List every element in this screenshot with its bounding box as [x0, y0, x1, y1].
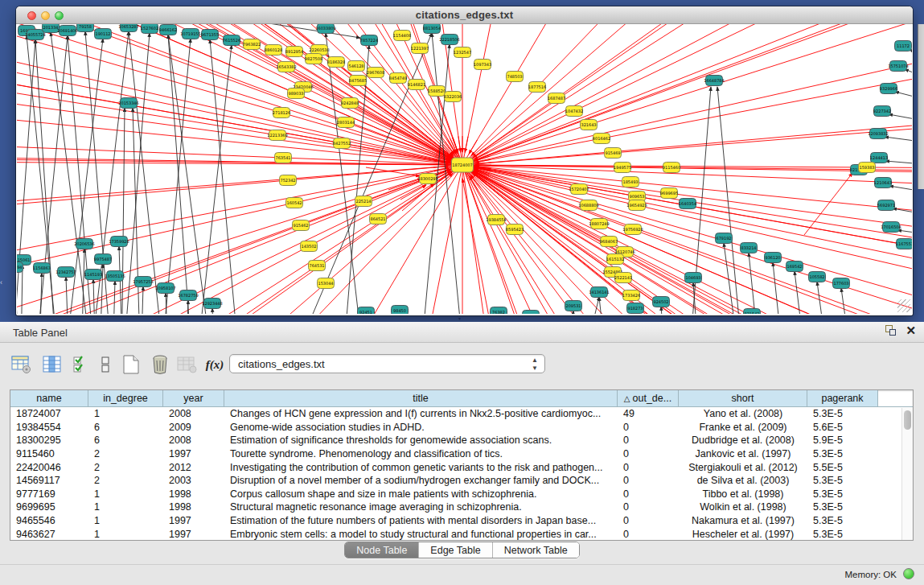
table-cell[interactable]: Stergiakouli et al. (2012) [679, 462, 807, 473]
table-cell[interactable]: 6 [88, 435, 163, 446]
table-cell[interactable]: 0 [618, 515, 679, 526]
table-cell[interactable]: Franke et al. (2009) [679, 422, 807, 433]
table-row[interactable]: 946554611997Estimation of the future num… [10, 514, 913, 528]
network-window[interactable]: citations_edges.txt 16996140557242013342… [16, 6, 913, 315]
table-cell[interactable]: Embryonic stem cells: a model to study s… [224, 529, 618, 540]
table-cell[interactable]: 5.3E-5 [807, 448, 878, 459]
column-header-pagerank[interactable]: pagerank [807, 390, 878, 406]
table-cell[interactable]: Nakamura et al. (1997) [679, 515, 807, 526]
table-cell[interactable]: 9463627 [10, 529, 88, 540]
column-header-out-de-[interactable]: △out_de... [618, 390, 679, 406]
network-window-titlebar[interactable]: citations_edges.txt [16, 6, 913, 24]
table-cell[interactable]: 0 [618, 422, 679, 433]
table-cell[interactable]: Tibbo et al. (1998) [679, 488, 807, 500]
column-header-in-degree[interactable]: in_degree [88, 390, 163, 406]
table-cell[interactable]: 5.9E-5 [807, 435, 878, 446]
window-resize-grip[interactable] [897, 299, 910, 312]
table-cell[interactable]: 1998 [163, 501, 224, 513]
table-cell[interactable]: 2008 [163, 408, 224, 419]
table-selector-dropdown[interactable]: citations_edges.txt ▲▼ [229, 354, 545, 373]
table-cell[interactable]: 5.3E-5 [807, 529, 878, 540]
table-cell[interactable]: 5.3E-5 [807, 488, 878, 500]
table-cell[interactable]: 1997 [163, 529, 224, 540]
close-panel-icon[interactable]: ✕ [906, 324, 916, 337]
table-cell[interactable]: 5.3E-5 [807, 501, 878, 513]
network-graph[interactable]: 1699614055724201334206914067915819011210… [17, 24, 912, 314]
table-cell[interactable]: Tourette syndrome. Phenomenology and cla… [224, 448, 618, 459]
table-cell[interactable]: 19384554 [10, 422, 88, 433]
table-row[interactable]: 2242004622012Investigating the contribut… [10, 460, 913, 474]
column-header-name[interactable]: name [10, 390, 88, 406]
table-cell[interactable]: Wolkin et al. (1998) [679, 501, 807, 513]
table-cell[interactable]: 2008 [163, 435, 224, 446]
table-cell[interactable]: 9465546 [10, 515, 88, 526]
column-header-year[interactable]: year [163, 390, 224, 406]
table-scrollbar-thumb[interactable] [904, 410, 911, 430]
table-cell[interactable]: Changes of HCN gene expression and I(f) … [224, 408, 618, 419]
table-cell[interactable]: Yano et al. (2008) [679, 408, 807, 419]
table-cell[interactable]: 0 [618, 462, 679, 473]
table-cell[interactable]: 18724007 [10, 408, 88, 419]
table-cell[interactable]: 5.3E-5 [807, 408, 878, 419]
table-cell[interactable]: 2 [88, 475, 163, 486]
network-canvas[interactable]: 1699614055724201334206914067915819011210… [17, 24, 912, 314]
table-mode-button[interactable] [10, 352, 34, 377]
table-cell[interactable]: 9699695 [10, 501, 88, 513]
table-row[interactable]: 969969511998Structural magnetic resonanc… [10, 501, 913, 514]
table-cell[interactable]: 5.5E-5 [807, 462, 878, 473]
table-cell[interactable]: 1 [88, 488, 163, 500]
delete-column-button[interactable] [148, 352, 172, 377]
table-cell[interactable]: 1 [88, 501, 163, 513]
table-cell[interactable]: Estimation of the future numbers of pati… [224, 515, 618, 526]
table-cell[interactable]: 1 [88, 529, 163, 540]
table-cell[interactable]: 9777169 [10, 488, 88, 500]
table-cell[interactable]: 5.3E-5 [807, 515, 878, 526]
table-cell[interactable]: Disruption of a novel member of a sodium… [224, 475, 618, 486]
table-row[interactable]: 1830029562008Estimation of significance … [10, 434, 913, 447]
table-row[interactable]: 1456911722003Disruption of a novel membe… [10, 474, 913, 488]
table-cell[interactable]: 22420046 [10, 462, 88, 473]
table-cell[interactable]: 2 [88, 448, 163, 459]
table-row[interactable]: 911546021997Tourette syndrome. Phenomeno… [10, 447, 913, 461]
function-builder-button[interactable]: f(x) [203, 352, 227, 377]
table-cell[interactable]: 49 [618, 408, 679, 419]
table-row[interactable]: 1872400712008Changes of HCN gene express… [10, 407, 913, 421]
table-cell[interactable]: 0 [618, 529, 679, 540]
table-cell[interactable]: 0 [618, 488, 679, 500]
table-cell[interactable]: Jankovic et al. (1997) [679, 448, 807, 459]
table-cell[interactable]: 0 [618, 475, 679, 486]
table-cell[interactable]: 2012 [163, 462, 224, 473]
table-cell[interactable]: 6 [88, 422, 163, 433]
new-column-button[interactable] [119, 352, 143, 377]
memory-status-indicator[interactable] [903, 568, 914, 579]
table-cell[interactable]: Estimation of significance thresholds fo… [224, 435, 618, 446]
table-cell[interactable]: 9115460 [10, 448, 88, 459]
table-cell[interactable]: 1 [88, 408, 163, 419]
table-cell[interactable]: 1997 [163, 448, 224, 459]
table-cell[interactable]: Hescheler et al. (1997) [679, 529, 807, 540]
table-cell[interactable]: 14569117 [10, 475, 88, 486]
table-cell[interactable]: 2009 [163, 422, 224, 433]
panel-collapse-handle[interactable]: ‹ [0, 277, 6, 288]
table-cell[interactable]: 1997 [163, 515, 224, 526]
table-row[interactable]: 1938455462009Genome-wide association stu… [10, 421, 913, 435]
table-cell[interactable]: 0 [618, 448, 679, 459]
column-header-short[interactable]: short [679, 390, 807, 406]
table-cell[interactable]: 1998 [163, 488, 224, 500]
table-cell[interactable]: de Silva et al. (2003) [679, 475, 807, 486]
table-cell[interactable]: 5.6E-5 [807, 422, 878, 433]
table-cell[interactable]: 5.3E-5 [807, 475, 878, 486]
table-cell[interactable]: 18300295 [10, 435, 88, 446]
select-columns-button[interactable] [69, 352, 93, 377]
table-cell[interactable]: 0 [618, 435, 679, 446]
table-cell[interactable]: 2 [88, 462, 163, 473]
table-cell[interactable]: Corpus callosum shape and size in male p… [224, 488, 618, 500]
table-scrollbar[interactable] [901, 408, 912, 540]
tab-network-table[interactable]: Network Table [493, 542, 579, 558]
tab-edge-table[interactable]: Edge Table [419, 542, 492, 558]
table-cell[interactable]: Dudbridge et al. (2008) [679, 435, 807, 446]
row-height-button[interactable] [93, 352, 117, 377]
table-cell[interactable]: Investigating the contribution of common… [224, 462, 618, 473]
table-cell[interactable]: 1 [88, 515, 163, 526]
table-cell[interactable]: 2003 [163, 475, 224, 486]
